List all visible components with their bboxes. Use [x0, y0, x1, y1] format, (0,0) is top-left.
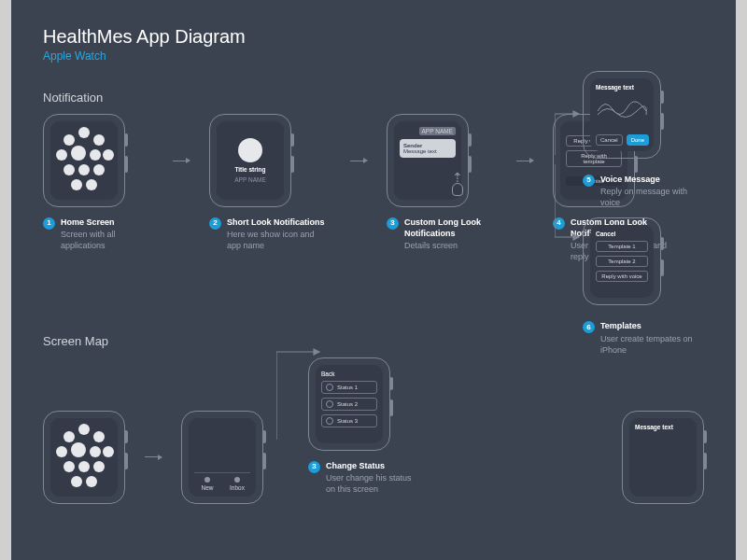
watch-frame [43, 114, 125, 207]
watch-side-button-icon [389, 399, 393, 416]
watch-face: New Inbox [189, 418, 256, 497]
watch-crown-icon [290, 133, 294, 147]
app-name-tag: APP NAME [419, 127, 456, 135]
watch-frame [43, 411, 125, 504]
step-5-caption: 5 Voice MessageReply on message with voi… [583, 174, 693, 208]
watch-crown-icon [468, 133, 472, 147]
step-3-caption: 3 Custom Long Look NotificationsDetails … [387, 217, 497, 251]
watch-apps-grid [50, 121, 118, 200]
map-step-2: New Inbox [181, 411, 263, 504]
watch-side-button-icon [124, 453, 128, 469]
template-button[interactable]: Template 2 [596, 256, 648, 267]
watch-crown-icon [389, 377, 393, 390]
title-string: Title string [234, 166, 265, 173]
side-column: Message text Cancel Done 5 Voice Message… [583, 71, 713, 356]
watch-face: Message text [629, 418, 697, 497]
voice-header: Message text [596, 84, 648, 91]
arrow-icon [347, 114, 370, 207]
watch-side-button-icon [660, 113, 664, 130]
watch-side-button-icon [124, 156, 128, 173]
watch-face: Title string APP NAME [217, 121, 284, 200]
template-button[interactable]: Template 1 [596, 241, 648, 252]
watch-frame: Cancel Template 1 Template 2 Reply with … [583, 217, 661, 305]
step-badge: 3 [387, 217, 399, 230]
map-step-3: Back Status 1 Status 2 Status 3 3 Change… [308, 357, 418, 495]
watch-frame: Message text Cancel Done [583, 71, 661, 159]
arrow-icon [170, 114, 192, 207]
step-3: APP NAME Sender Message text 3 Custom Lo… [387, 114, 497, 251]
tab-inbox[interactable]: Inbox [230, 484, 245, 491]
watch-frame: Message text [622, 411, 704, 504]
step-badge: 3 [308, 461, 320, 473]
notification-card: Sender Message text [400, 139, 456, 158]
step-badge: 2 [209, 217, 221, 230]
swipe-up-icon: ⇡ [452, 170, 463, 196]
page-title: HealthMes App Diagram [43, 26, 704, 48]
map-step-3-caption: 3 Change StatusUser change his status on… [308, 460, 418, 495]
watch-crown-icon [703, 430, 707, 443]
page-subtitle: Apple Watch [43, 49, 704, 63]
screenmap-row: New Inbox Back Status 1 Status 2 Status … [43, 357, 704, 504]
map-step-1 [43, 411, 125, 504]
watch-apps-grid [50, 418, 118, 497]
watch-frame: Title string APP NAME [209, 114, 291, 207]
template-button[interactable]: Reply with voice [596, 271, 648, 282]
step-6-caption: 6 TemplatesUser create tempates on iPhon… [583, 320, 693, 355]
watch-face: Cancel Template 1 Template 2 Reply with … [590, 225, 654, 298]
app-name-label: APP NAME [234, 176, 265, 183]
map-step-4: Message text [622, 411, 704, 504]
step-1-caption: 1 Home ScreenScreen with all application… [43, 217, 153, 251]
watch-crown-icon [660, 237, 664, 250]
watch-crown-icon [124, 133, 128, 147]
app-icon [238, 138, 262, 162]
watch-side-button-icon [290, 156, 294, 173]
arrow-icon [142, 411, 164, 504]
message-header: Message text [635, 424, 691, 430]
step-2-caption: 2 Short Look NotificationsHere we show i… [209, 217, 331, 251]
connector-icon [555, 108, 583, 248]
diagram-board: HealthMes App Diagram Apple Watch Notifi… [11, 0, 736, 560]
watch-side-button-icon [703, 453, 707, 469]
step-2: Title string APP NAME 2 Short Look Notif… [209, 114, 331, 251]
cancel-button[interactable]: Cancel [596, 134, 623, 146]
watch-face: Back Status 1 Status 2 Status 3 [316, 365, 383, 443]
step-badge: 5 [583, 175, 595, 187]
watch-side-button-icon [468, 156, 472, 173]
watch-crown-icon [124, 430, 128, 443]
watch-frame: New Inbox [181, 411, 263, 504]
waveform-icon [596, 94, 648, 119]
done-button[interactable]: Done [627, 134, 649, 146]
back-label[interactable]: Back [321, 371, 377, 377]
watch-crown-icon [262, 430, 266, 443]
watch-crown-icon [660, 91, 664, 104]
tab-new[interactable]: New [201, 484, 213, 491]
watch-side-button-icon [262, 453, 266, 469]
status-option[interactable]: Status 2 [321, 398, 377, 411]
watch-face: Message text Cancel Done [590, 78, 654, 151]
step-badge: 6 [583, 321, 595, 333]
templates-header: Cancel [596, 231, 648, 237]
watch-frame: Back Status 1 Status 2 Status 3 [308, 357, 390, 451]
status-option[interactable]: Status 3 [321, 414, 377, 427]
step-1: 1 Home ScreenScreen with all application… [43, 114, 153, 251]
status-option[interactable]: Status 1 [321, 381, 377, 394]
watch-side-button-icon [660, 259, 664, 276]
arrow-icon [514, 114, 536, 207]
step-badge: 1 [43, 217, 55, 230]
